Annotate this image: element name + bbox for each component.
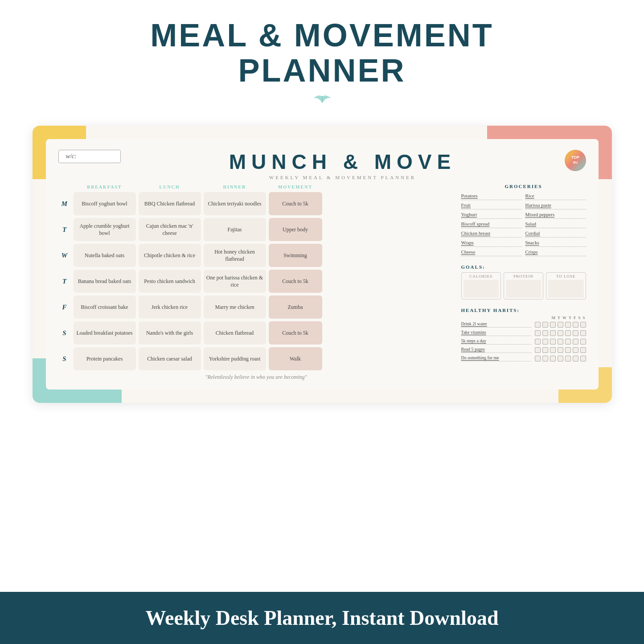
breakfast-cell: Banana bread baked oats	[74, 270, 136, 293]
breakfast-cell: Loaded breakfast potatoes	[74, 321, 136, 345]
movement-cell: Walk	[269, 347, 322, 370]
breakfast-cell: Apple crumble yoghurt bowl	[74, 218, 136, 241]
goal-box-value[interactable]	[506, 280, 541, 298]
habit-checkbox[interactable]	[580, 356, 586, 361]
habits-section: HEALTHY HABITS: M T W T F S S Drink 2l w…	[461, 308, 586, 364]
habit-checkboxes	[535, 339, 586, 345]
habit-checkbox[interactable]	[565, 330, 571, 336]
habit-checkbox[interactable]	[565, 322, 571, 328]
habit-checkbox[interactable]	[558, 347, 563, 353]
groceries-section: GROCERIES PotatoesRiceFruitHarissa paste…	[461, 184, 586, 256]
habit-checkbox[interactable]	[542, 356, 548, 361]
habit-checkbox[interactable]	[580, 330, 586, 336]
table-row: S Protein pancakes Chicken caesar salad …	[58, 347, 454, 370]
habit-checkbox[interactable]	[573, 347, 578, 353]
habit-checkbox[interactable]	[573, 356, 578, 361]
table-row: T Banana bread baked oats Pesto chicken …	[58, 270, 454, 293]
habit-checkbox[interactable]	[542, 322, 548, 328]
goal-box-value[interactable]	[464, 280, 499, 298]
leaf-decoration	[304, 92, 340, 109]
movement-cell: Swimming	[269, 244, 322, 267]
habits-days-header: M T W T F S S	[461, 316, 586, 320]
svg-point-1	[566, 152, 584, 169]
habit-name: Take vitamins	[461, 330, 531, 336]
title-line1: MEAL & MOVEMENT	[150, 17, 494, 53]
groceries-title: GROCERIES	[461, 184, 586, 189]
lunch-cell: BBQ Chicken flatbread	[139, 192, 201, 215]
dinner-cell: Chicken flatbread	[204, 321, 266, 345]
habit-checkbox[interactable]	[535, 330, 541, 336]
habit-checkbox[interactable]	[550, 347, 556, 353]
movement-cell: Couch to 5k	[269, 321, 322, 345]
lunch-cell: Nando's with the girls	[139, 321, 201, 345]
grocery-item: Wraps	[461, 238, 522, 247]
day-label: W	[58, 252, 71, 259]
habit-checkbox[interactable]	[542, 330, 548, 336]
habit-checkbox[interactable]	[558, 322, 563, 328]
habit-checkboxes	[535, 347, 586, 353]
habit-checkbox[interactable]	[550, 330, 556, 336]
col-header-lunch: LUNCH	[139, 184, 201, 190]
habits-title: HEALTHY HABITS:	[461, 308, 586, 313]
dinner-cell: Marry me chicken	[204, 295, 266, 319]
table-row: S Loaded breakfast potatoes Nando's with…	[58, 321, 454, 345]
grocery-item: Snacks	[525, 238, 586, 247]
habit-checkbox[interactable]	[535, 322, 541, 328]
planner-title-center: MUNCH & MOVE WEEKLY MEAL & MOVEMENT PLAN…	[121, 150, 565, 180]
habit-name: Read 5 pages	[461, 347, 531, 353]
habit-checkbox[interactable]	[550, 356, 556, 361]
habit-checkbox[interactable]	[565, 347, 571, 353]
habit-checkbox[interactable]	[573, 339, 578, 345]
page-wrapper: MEAL & MOVEMENT PLANNER w/c: MUNCH & MOV…	[0, 0, 644, 644]
lunch-cell: Jerk chicken rice	[139, 295, 201, 319]
habit-checkbox[interactable]	[558, 356, 563, 361]
groceries-grid: PotatoesRiceFruitHarissa pasteYoghurtMix…	[461, 192, 586, 256]
habit-checkbox[interactable]	[580, 322, 586, 328]
habit-checkbox[interactable]	[573, 322, 578, 328]
habits-rows: Drink 2l water Take vitamins 5k steps a …	[461, 321, 586, 361]
svg-text:BU: BU	[573, 161, 577, 164]
movement-cell: Couch to 5k	[269, 192, 322, 215]
movement-cell: Couch to 5k	[269, 270, 322, 293]
habit-checkbox[interactable]	[535, 339, 541, 345]
habit-checkbox[interactable]	[542, 347, 548, 353]
day-rows-container: M Biscoff yoghurt bowl BBQ Chicken flatb…	[58, 192, 454, 370]
habit-checkbox[interactable]	[565, 339, 571, 345]
habit-checkbox[interactable]	[558, 330, 563, 336]
habit-row: Read 5 pages	[461, 347, 586, 353]
movement-cell: Upper body	[269, 218, 322, 241]
habit-checkbox[interactable]	[535, 347, 541, 353]
dinner-cell: Chicken teriyaki noodles	[204, 192, 266, 215]
grocery-item: Cordial	[525, 229, 586, 238]
day-label: M	[58, 200, 71, 208]
goal-box: To lose	[546, 272, 586, 299]
habit-checkbox[interactable]	[542, 339, 548, 345]
svg-text:TOP: TOP	[571, 155, 579, 160]
goal-box-value[interactable]	[548, 280, 583, 298]
habit-checkbox[interactable]	[565, 356, 571, 361]
habit-checkbox[interactable]	[580, 347, 586, 353]
grocery-item: Biscoff spread	[461, 220, 522, 228]
habit-checkbox[interactable]	[573, 330, 578, 336]
habit-checkbox[interactable]	[535, 356, 541, 361]
col-header-dinner: DINNER	[204, 184, 266, 190]
grocery-item: Potatoes	[461, 192, 522, 200]
planner-title: MUNCH & MOVE	[121, 150, 565, 174]
col-headers: BREAKFAST LUNCH DINNER MOVEMENT	[58, 184, 454, 190]
table-row: T Apple crumble yoghurt bowl Cajun chick…	[58, 218, 454, 241]
habit-checkbox[interactable]	[580, 339, 586, 345]
habit-checkbox[interactable]	[550, 339, 556, 345]
logo-circle: TOP BU	[565, 150, 586, 171]
dinner-cell: Hot honey chicken flatbread	[204, 244, 266, 267]
goals-title: GOALS:	[461, 264, 586, 270]
planner-inner: w/c: MUNCH & MOVE WEEKLY MEAL & MOVEMENT…	[46, 139, 599, 390]
habit-checkbox[interactable]	[558, 339, 563, 345]
movement-cell: Zumba	[269, 295, 322, 319]
grocery-item: Mixed peppers	[525, 210, 586, 219]
wc-box[interactable]: w/c:	[58, 150, 121, 163]
goal-box-label: To lose	[548, 274, 583, 279]
wc-label: w/c:	[66, 153, 77, 160]
col-header-movement: MOVEMENT	[269, 184, 322, 190]
habit-checkbox[interactable]	[550, 322, 556, 328]
top-section: MEAL & MOVEMENT PLANNER	[0, 0, 644, 121]
